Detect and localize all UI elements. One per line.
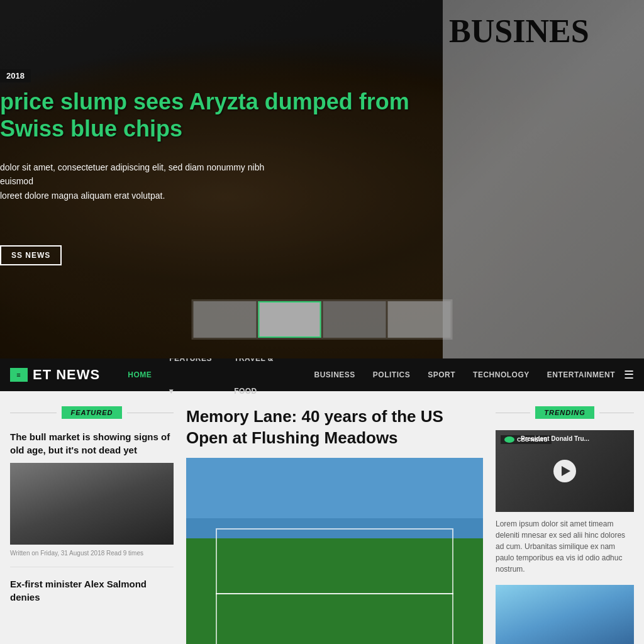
hamburger-icon[interactable]: ☰ — [624, 368, 634, 382]
nav-link-politics[interactable]: POLITICS — [364, 358, 419, 391]
nav-link-technology[interactable]: TECHNOLOGY — [464, 358, 538, 391]
trending-article2-image[interactable] — [496, 585, 634, 644]
featured-column: FEATURED The bull market is showing sign… — [10, 406, 174, 644]
cbs-eye-icon — [504, 436, 514, 443]
hero-read-more-button[interactable]: SS NEWS — [0, 245, 62, 265]
hero-title: price slump sees Aryzta dumped from Swis… — [0, 88, 453, 142]
trending-header-line-left — [496, 413, 530, 413]
featured-header-line-right — [127, 413, 174, 413]
featured-section-header: FEATURED — [10, 406, 174, 419]
nav-item-entertainment[interactable]: ENTERTAINMENT — [538, 358, 624, 391]
tennis-court-net — [216, 593, 453, 594]
hero-excerpt-line2: loreet dolore magna aliquam erat volutpa… — [0, 189, 289, 203]
nav-link-entertainment[interactable]: ENTERTAINMENT — [538, 358, 624, 391]
trending-column: TRENDING CBS NEWS President Donald Tru..… — [496, 406, 634, 644]
main-content: FEATURED The bull market is showing sign… — [0, 391, 644, 644]
center-article-image[interactable] — [186, 458, 483, 644]
hero-thumb-2[interactable] — [258, 301, 321, 338]
featured-article1-image[interactable] — [10, 463, 174, 545]
hero-thumbnail-strip — [192, 299, 453, 340]
nav-item-business[interactable]: BUSINESS — [306, 358, 364, 391]
hero-section: BUSINES 2018 price slump sees Aryzta dum… — [0, 0, 644, 358]
featured-article1-img-bg — [10, 463, 174, 545]
hero-thumb-3[interactable] — [323, 301, 386, 338]
logo-icon: ≡ — [10, 368, 28, 382]
nav-item-home[interactable]: HOME — [119, 358, 160, 391]
nav-item-politics[interactable]: POLITICS — [364, 358, 419, 391]
tennis-court-lines — [216, 528, 453, 644]
trending-description: Lorem ipsum dolor sit amet timeam deleni… — [496, 518, 634, 575]
featured-article1-title[interactable]: The bull market is showing signs of old … — [10, 430, 174, 457]
trending-video-title: President Donald Tru... — [521, 435, 589, 442]
navigation: ≡ ET NEWS HOME FEATURES ▾ TRAVEL & FOOD … — [0, 358, 644, 391]
trending-section-header: TRENDING — [496, 406, 634, 419]
hero-thumb-1[interactable] — [194, 301, 257, 338]
center-article-title[interactable]: Memory Lane: 40 years of the US Open at … — [186, 406, 483, 449]
featured-article2-title[interactable]: Ex-first minister Alex Salmond denies — [10, 577, 174, 604]
featured-article1-meta: Written on Friday, 31 August 2018 Read 9… — [10, 550, 174, 567]
trending-video[interactable]: CBS NEWS President Donald Tru... — [496, 430, 634, 512]
play-triangle-icon — [562, 466, 570, 476]
hero-date: 2018 — [0, 69, 31, 82]
nav-item-technology[interactable]: TECHNOLOGY — [464, 358, 538, 391]
hero-excerpt: dolor sit amet, consectetuer adipiscing … — [0, 160, 289, 203]
featured-badge: FEATURED — [62, 406, 121, 419]
site-logo[interactable]: ≡ ET NEWS — [10, 367, 100, 383]
nav-link-business[interactable]: BUSINESS — [306, 358, 364, 391]
nav-link-sport[interactable]: SPORT — [419, 358, 464, 391]
trending-header-line-right — [599, 413, 634, 413]
nav-link-home[interactable]: HOME — [119, 358, 160, 391]
trending-badge: TRENDING — [535, 406, 594, 419]
nav-item-sport[interactable]: SPORT — [419, 358, 464, 391]
play-button[interactable] — [553, 460, 576, 482]
center-column: Memory Lane: 40 years of the US Open at … — [186, 406, 483, 644]
hero-thumb-4[interactable] — [388, 301, 451, 338]
logo-text: ET NEWS — [33, 367, 100, 383]
featured-header-line-left — [10, 413, 57, 413]
hero-excerpt-line1: dolor sit amet, consectetuer adipiscing … — [0, 160, 289, 189]
